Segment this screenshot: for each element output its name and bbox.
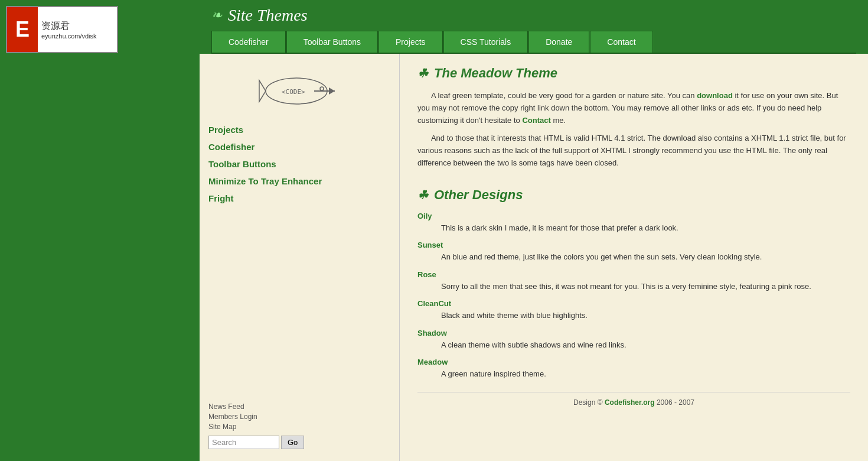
svg-marker-1	[259, 80, 266, 102]
footer-codefisher-link[interactable]: Codefisher.org	[605, 398, 655, 407]
sidebar-link-projects[interactable]: Projects	[208, 125, 390, 135]
nav-bar: Codefisher Toolbar Buttons Projects CSS …	[211, 31, 856, 54]
other-designs-section: ☘ Other Designs Oily This is a dark skin…	[417, 187, 850, 380]
content-area: <CODE> Projects Codefisher Toolbar Butto…	[200, 54, 868, 461]
sidebar-link-minimize[interactable]: Minimize To Tray Enhancer	[208, 176, 390, 186]
codefisher-logo[interactable]: <CODE>	[255, 66, 344, 113]
other-designs-title: ☘ Other Designs	[417, 187, 850, 203]
download-link[interactable]: download	[697, 91, 733, 100]
clover-icon-meadow: ☘	[417, 66, 428, 80]
design-oily: Oily This is a dark skin I made, it is m…	[417, 212, 850, 234]
design-oily-link[interactable]: Oily	[417, 212, 850, 220]
svg-point-5	[320, 87, 324, 90]
search-input[interactable]	[208, 436, 279, 449]
logo-url: eyunzhu.com/vdisk	[41, 33, 113, 40]
clover-icon-other: ☘	[417, 188, 428, 202]
site-title: ❧ Site Themes	[211, 6, 856, 25]
meadow-title: ☘ The Meadow Theme	[417, 66, 850, 81]
logo-text: 资源君 eyunzhu.com/vdisk	[38, 18, 117, 42]
design-oily-desc: This is a dark skin I made, it is meant …	[417, 222, 850, 234]
design-cleancut-desc: Black and white theme with blue highligh…	[417, 310, 850, 322]
footer-design-text: Design ©	[573, 398, 603, 407]
logo-chinese: 资源君	[41, 20, 113, 33]
meadow-section: ☘ The Meadow Theme A leaf green template…	[417, 66, 850, 170]
footer-site-map[interactable]: Site Map	[208, 423, 390, 431]
design-rose-link[interactable]: Rose	[417, 270, 850, 279]
svg-marker-3	[329, 87, 335, 95]
meadow-title-text: The Meadow Theme	[434, 66, 557, 81]
main-content-wrapper: ❧ Site Themes Codefisher Toolbar Buttons…	[200, 0, 868, 461]
meadow-para2: And to those that it interests that HTML…	[417, 132, 850, 169]
nav-projects[interactable]: Projects	[378, 31, 443, 53]
site-header: ❧ Site Themes Codefisher Toolbar Buttons…	[200, 0, 868, 54]
sidebar-footer: News Feed Members Login Site Map Go	[208, 397, 390, 449]
design-sunset-link[interactable]: Sunset	[417, 241, 850, 249]
codefisher-logo-svg: <CODE>	[258, 69, 341, 110]
main-body: ☘ The Meadow Theme A leaf green template…	[399, 54, 868, 461]
svg-text:<CODE>: <CODE>	[282, 88, 305, 96]
footer-news-feed[interactable]: News Feed	[208, 402, 390, 411]
site-logo[interactable]: E 资源君 eyunzhu.com/vdisk	[6, 6, 118, 53]
design-sunset: Sunset An blue and red theme, just like …	[417, 241, 850, 263]
sidebar-link-fright[interactable]: Fright	[208, 193, 390, 203]
design-shadow-link[interactable]: Shadow	[417, 329, 850, 337]
design-cleancut-link[interactable]: CleanCut	[417, 299, 850, 308]
search-area: Go	[208, 436, 390, 449]
sidebar-link-toolbar[interactable]: Toolbar Buttons	[208, 159, 390, 169]
left-panel: E 资源君 eyunzhu.com/vdisk	[0, 0, 200, 461]
design-rose: Rose Sorry to all the men that see this,…	[417, 270, 850, 293]
design-shadow: Shadow A clean theme with subtle shadows…	[417, 329, 850, 351]
nav-contact[interactable]: Contact	[590, 31, 652, 53]
design-meadow: Meadow A green nature inspired theme.	[417, 358, 850, 380]
contact-link[interactable]: Contact	[522, 116, 550, 125]
title-leaf-icon: ❧	[211, 8, 222, 23]
design-sunset-desc: An blue and red theme, just like the col…	[417, 251, 850, 263]
design-cleancut: CleanCut Black and white theme with blue…	[417, 299, 850, 322]
design-rose-desc: Sorry to all the men that see this, it w…	[417, 281, 850, 293]
footer-year: 2006 - 2007	[657, 398, 694, 407]
nav-toolbar-buttons[interactable]: Toolbar Buttons	[286, 31, 378, 53]
sidebar: <CODE> Projects Codefisher Toolbar Butto…	[200, 54, 399, 461]
page-footer: Design © Codefisher.org 2006 - 2007	[417, 392, 850, 407]
site-title-text: Site Themes	[228, 6, 308, 25]
nav-css-tutorials[interactable]: CSS Tutorials	[443, 31, 528, 53]
sidebar-link-codefisher[interactable]: Codefisher	[208, 142, 390, 152]
meadow-para1: A leaf green template, could be very goo…	[417, 90, 850, 126]
footer-members-login[interactable]: Members Login	[208, 413, 390, 421]
other-designs-title-text: Other Designs	[434, 187, 523, 203]
sidebar-nav: Projects Codefisher Toolbar Buttons Mini…	[208, 125, 390, 397]
nav-donate[interactable]: Donate	[528, 31, 589, 53]
logo-area: E 资源君 eyunzhu.com/vdisk	[6, 6, 194, 53]
design-meadow-link[interactable]: Meadow	[417, 358, 850, 366]
sidebar-logo-area: <CODE>	[208, 66, 390, 113]
design-shadow-desc: A clean theme with subtle shadows and wi…	[417, 339, 850, 351]
design-meadow-desc: A green nature inspired theme.	[417, 368, 850, 380]
logo-e: E	[7, 7, 38, 52]
go-button[interactable]: Go	[281, 436, 304, 449]
nav-codefisher[interactable]: Codefisher	[211, 31, 286, 53]
